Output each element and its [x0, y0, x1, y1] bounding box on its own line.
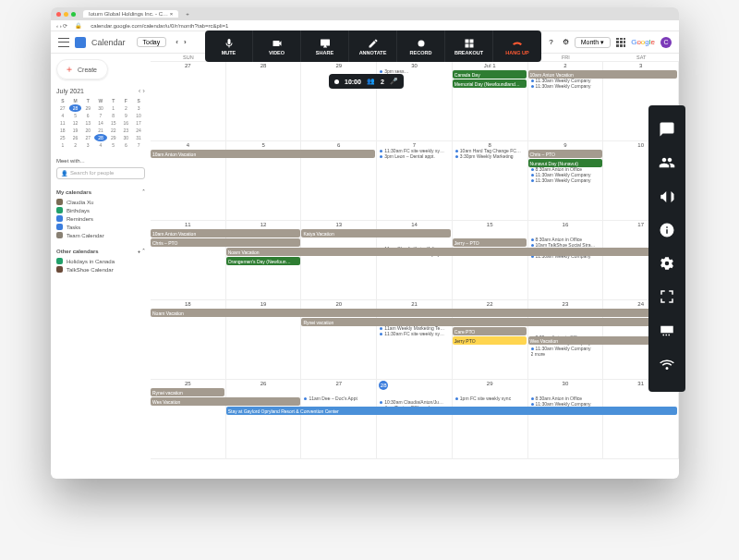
reload-icon[interactable]: ⟳: [63, 22, 67, 29]
calendar-checkbox[interactable]: Reminders: [56, 215, 145, 222]
mini-prev-icon[interactable]: ‹: [139, 87, 141, 95]
menu-icon[interactable]: [58, 38, 69, 47]
hangup-button[interactable]: HANG UP: [493, 30, 541, 62]
multiday-event[interactable]: Care PTO: [453, 327, 527, 335]
day-cell[interactable]: 28: [226, 62, 302, 140]
wifi-icon[interactable]: [659, 356, 675, 376]
multiday-event[interactable]: Nunavut Day (Nunavut): [528, 159, 602, 167]
day-number: 29: [454, 381, 526, 386]
settings-gear-icon[interactable]: [659, 255, 675, 275]
multiday-event[interactable]: Wes Vacation: [151, 397, 300, 406]
breakout-button[interactable]: BREAKOUT: [445, 30, 493, 62]
record-button[interactable]: RECORD: [397, 30, 445, 62]
week-row: 456711:30am FC site weekly sy…3pm Leon –…: [151, 141, 679, 221]
multiday-event[interactable]: Chris – PTO: [151, 238, 300, 247]
day-cell[interactable]: 711:30am FC site weekly sy…3pm Leon – De…: [377, 141, 453, 220]
create-button[interactable]: ＋ Create: [56, 59, 108, 79]
megaphone-icon[interactable]: [659, 189, 675, 209]
apps-grid-icon[interactable]: [616, 38, 625, 47]
fullscreen-icon[interactable]: [659, 288, 675, 309]
share-button[interactable]: SHARE: [301, 30, 349, 62]
multiday-event[interactable]: Memorial Day (Newfoundland…: [453, 79, 527, 88]
event-bullet-icon: [455, 397, 458, 400]
event-item[interactable]: 2 more: [531, 351, 600, 357]
mini-next-icon[interactable]: ›: [142, 87, 145, 95]
day-number: 21: [379, 301, 450, 307]
multiday-event[interactable]: Chris – PTO: [528, 150, 602, 158]
event-item[interactable]: 3:30pm Weekly Marketing: [455, 153, 525, 159]
multiday-event[interactable]: Katya Vacation: [301, 229, 451, 237]
participants-icon[interactable]: [659, 154, 675, 175]
mute-button[interactable]: MUTE: [205, 30, 253, 62]
meet-with-label: Meet with...: [56, 158, 145, 164]
today-button[interactable]: Today: [137, 37, 167, 47]
event-item[interactable]: 3pm Leon – Dental appt.: [380, 153, 449, 159]
multiday-event[interactable]: 10am Anton Vacation: [151, 229, 300, 237]
browser-tab[interactable]: Iotum Global Holdings Inc. - C… ×: [83, 10, 178, 18]
calendar-checkbox[interactable]: Team Calendar: [56, 232, 145, 238]
day-cell[interactable]: 27: [151, 62, 226, 140]
back-icon[interactable]: ‹: [56, 23, 58, 29]
calendar-checkbox[interactable]: Tasks: [56, 224, 145, 230]
day-cell[interactable]: 168:30am Anton in Office10am TalkShoe So…: [528, 221, 604, 299]
calendar-checkbox[interactable]: TalkShoe Calendar: [56, 266, 145, 273]
multiday-event[interactable]: 10am Anton Vacation: [528, 70, 678, 79]
multiday-event[interactable]: Jerry – PTO: [453, 238, 527, 247]
forward-icon[interactable]: ›: [60, 23, 62, 29]
video-button[interactable]: VIDEO: [253, 30, 301, 62]
multiday-event[interactable]: Noam Vacation: [151, 309, 677, 317]
view-dropdown[interactable]: Month ▾: [575, 37, 611, 48]
multiday-event[interactable]: Jerry PTO: [453, 336, 527, 345]
annotate-button[interactable]: ANNOTATE: [349, 30, 397, 62]
next-month-icon[interactable]: ›: [184, 38, 187, 46]
day-cell[interactable]: 26: [226, 380, 302, 458]
new-tab-button[interactable]: +: [186, 11, 189, 17]
calendar-checkbox[interactable]: Birthdays: [56, 207, 145, 213]
help-icon[interactable]: ?: [549, 38, 552, 46]
multiday-event[interactable]: Rynei vacation: [301, 318, 677, 326]
multiday-event[interactable]: Rynei vacation: [151, 388, 224, 396]
prev-month-icon[interactable]: ‹: [176, 38, 178, 46]
event-item[interactable]: 11am Dee – Doc's Appt: [304, 396, 373, 401]
week-row: 1112131411am Claudia/Anton/Julia…11:30am…: [151, 221, 679, 300]
plus-icon: ＋: [65, 63, 74, 76]
event-item[interactable]: 1pm FC site weekly sync: [455, 396, 525, 401]
calendar-checkbox[interactable]: Holidays in Canada: [56, 258, 145, 264]
layout-icon[interactable]: [659, 323, 675, 343]
add-calendar-icon[interactable]: +: [138, 249, 141, 254]
day-cell[interactable]: 291pm FC site weekly sync: [453, 380, 528, 458]
settings-gear-icon[interactable]: ⚙: [563, 38, 569, 46]
multiday-event[interactable]: Stay at Gaylord Opryland Resort & Conven…: [226, 407, 678, 415]
day-number: 22: [454, 301, 526, 307]
recording-indicator-icon: [334, 79, 339, 84]
day-number: 23: [530, 301, 601, 307]
window-controls[interactable]: [56, 12, 76, 17]
search-people-input[interactable]: 👤 Search for people: [56, 167, 145, 179]
event-item[interactable]: 11:30am FC site weekly sy…: [380, 331, 449, 336]
chat-icon[interactable]: [659, 121, 675, 141]
minimize-window-icon[interactable]: [64, 12, 68, 17]
event-text: 3pm Leon – Dental appt.: [384, 153, 435, 159]
chevron-up-icon[interactable]: ˄: [142, 189, 145, 195]
info-icon[interactable]: [659, 222, 675, 242]
day-cell[interactable]: 15: [453, 221, 528, 299]
event-item[interactable]: 11:30am Weekly Company: [531, 83, 600, 89]
maximize-window-icon[interactable]: [71, 12, 76, 17]
day-cell[interactable]: 2810:30am Claudia/Anton/Ju…4pm Review FC…: [377, 380, 453, 458]
calendar-checkbox[interactable]: Claudia Xu: [56, 199, 145, 205]
day-cell[interactable]: 308:30am Anton in Office11:30am Weekly C…: [528, 380, 604, 458]
multiday-event[interactable]: 10am Anton Vacation: [151, 150, 375, 158]
event-text: 1pm FC site weekly sync: [460, 396, 511, 401]
checkbox-icon: [56, 266, 63, 273]
event-item[interactable]: 11:30am Weekly Company: [531, 177, 600, 183]
close-window-icon[interactable]: [56, 12, 61, 17]
checkbox-icon: [56, 232, 63, 238]
multiday-event[interactable]: Noam Vacation: [226, 248, 678, 256]
mini-calendar[interactable]: SMTWTFS272829301234567891011121314151617…: [56, 97, 145, 149]
multiday-event[interactable]: Orangemen's Day (Newfoun…: [226, 257, 300, 265]
chevron-up-icon[interactable]: ˄: [142, 249, 145, 254]
user-avatar[interactable]: C: [660, 37, 672, 48]
day-cell[interactable]: 2711am Dee – Doc's Appt: [301, 380, 377, 458]
day-cell[interactable]: 810am Hard Tag Change FC…3:30pm Weekly M…: [453, 141, 528, 220]
multiday-event[interactable]: Canada Day: [453, 70, 527, 79]
